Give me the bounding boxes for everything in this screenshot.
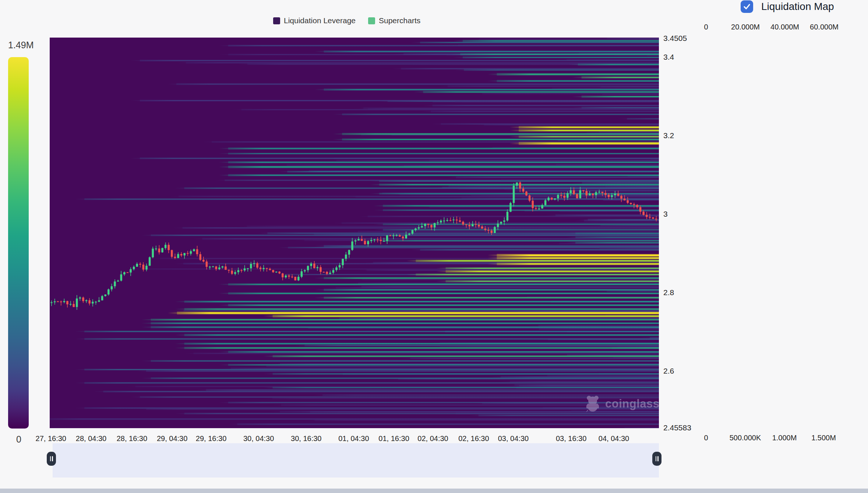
map-bottom-axis-tick: 0: [704, 434, 708, 442]
price-axis-tick: 2.45583: [663, 423, 691, 432]
map-bottom-axis-tick: 1.000M: [772, 434, 797, 442]
time-axis-tick: 04, 04:30: [599, 434, 629, 443]
colorbar-min-label: 0: [16, 434, 21, 445]
time-axis-tick: 01, 04:30: [338, 434, 369, 443]
map-top-axis-tick: 40.000M: [770, 23, 799, 31]
time-axis-tick: 30, 04:30: [243, 434, 274, 443]
price-axis-tick: 3.2: [663, 131, 674, 140]
map-top-axis-tick: 20.000M: [731, 23, 760, 31]
time-axis-tick: 02, 04:30: [417, 434, 448, 443]
checkmark-icon: [743, 3, 751, 11]
legend-label: Liquidation Leverage: [284, 16, 356, 25]
liquidation-heatmap-page: Liquidation LeverageSupercharts 1.49M 0 …: [0, 0, 868, 493]
navigator-left-handle[interactable]: [47, 452, 56, 466]
watermark-text: coinglass: [605, 397, 660, 410]
legend-label: Supercharts: [379, 16, 420, 25]
price-axis-tick: 3.4505: [663, 34, 687, 43]
horizontal-scrollbar[interactable]: [0, 489, 868, 493]
time-axis-tick: 01, 16:30: [378, 434, 409, 443]
price-axis-tick: 3.4: [663, 53, 674, 62]
liquidation-map-title: Liquidation Map: [761, 1, 834, 13]
legend-item-0[interactable]: Liquidation Leverage: [273, 16, 356, 25]
map-top-axis-tick: 60.000M: [810, 23, 839, 31]
map-top-axis-tick: 0: [704, 23, 708, 31]
colorbar-max-label: 1.49M: [8, 40, 33, 50]
price-axis-tick: 3: [663, 210, 668, 218]
time-axis-tick: 03, 16:30: [556, 434, 586, 443]
time-axis-tick: 27, 16:30: [36, 434, 66, 443]
legend-swatch: [273, 17, 280, 24]
legend-item-1[interactable]: Supercharts: [368, 16, 420, 25]
price-axis-tick: 2.8: [663, 288, 674, 297]
chart-legend: Liquidation LeverageSupercharts: [273, 16, 420, 25]
liquidation-map-plot[interactable]: [705, 33, 868, 429]
map-bottom-axis-tick: 1.500M: [811, 434, 836, 442]
time-axis-tick: 30, 16:30: [291, 434, 321, 443]
time-axis-tick: 29, 16:30: [196, 434, 226, 443]
time-axis-tick: 29, 04:30: [157, 434, 187, 443]
map-bottom-axis-tick: 500.000K: [730, 434, 761, 442]
legend-swatch: [368, 17, 375, 24]
colorbar-gradient: [8, 57, 29, 429]
timeline-navigator[interactable]: [53, 443, 659, 478]
liquidation-heatmap-canvas[interactable]: [50, 38, 659, 428]
time-axis-tick: 28, 16:30: [117, 434, 147, 443]
coinglass-watermark: coinglass: [585, 395, 660, 413]
time-axis-tick: 03, 04:30: [498, 434, 529, 443]
liquidation-map-canvas[interactable]: [705, 33, 868, 429]
liquidation-heatmap-plot[interactable]: [50, 38, 659, 428]
time-axis-tick: 02, 16:30: [458, 434, 489, 443]
navigator-area-canvas[interactable]: [53, 443, 659, 478]
coinglass-logo-icon: [585, 395, 601, 413]
price-axis-tick: 2.6: [663, 367, 674, 375]
liquidation-map-checkbox[interactable]: [741, 0, 753, 13]
navigator-right-handle[interactable]: [652, 452, 661, 466]
time-axis-tick: 28, 04:30: [76, 434, 106, 443]
